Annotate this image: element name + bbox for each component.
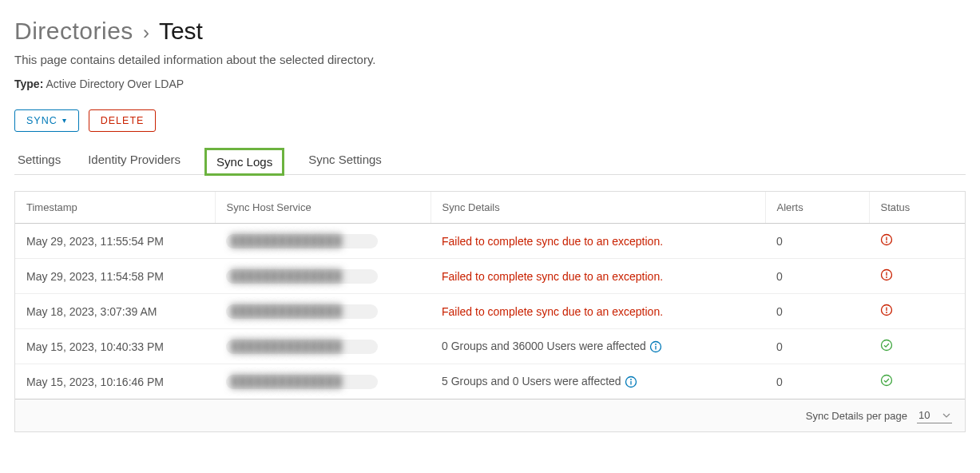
svg-point-16 (882, 376, 892, 386)
cell-sync-host: ██████████████ (215, 329, 430, 364)
table-row: May 29, 2023, 11:55:54 PM██████████████F… (15, 224, 965, 259)
action-buttons: SYNC ▾ DELETE (14, 109, 966, 132)
cell-timestamp: May 29, 2023, 11:55:54 PM (15, 224, 215, 259)
cell-status (869, 294, 965, 329)
type-label: Type: (14, 78, 43, 90)
col-status[interactable]: Status (869, 192, 965, 224)
per-page-label: Sync Details per page (806, 410, 907, 422)
tab-sync-logs[interactable]: Sync Logs (204, 148, 284, 176)
cell-timestamp: May 15, 2023, 10:16:46 PM (15, 364, 215, 399)
sync-logs-table: Timestamp Sync Host Service Sync Details… (14, 191, 966, 432)
col-sync-details[interactable]: Sync Details (430, 192, 765, 224)
cell-sync-details: Failed to complete sync due to an except… (430, 294, 765, 329)
svg-point-14 (630, 379, 632, 380)
cell-alerts: 0 (765, 294, 869, 329)
tabs: Settings Identity Providers Sync Logs Sy… (14, 148, 966, 175)
per-page-select[interactable]: 10 (917, 407, 952, 423)
redacted-host: ██████████████ (226, 304, 378, 319)
redacted-host: ██████████████ (226, 375, 378, 389)
sync-details-text: 0 Groups and 36000 Users were affected (442, 340, 646, 352)
success-icon[interactable] (880, 374, 893, 387)
cell-sync-details: Failed to complete sync due to an except… (430, 259, 765, 294)
sync-details-text: Failed to complete sync due to an except… (442, 305, 663, 318)
col-sync-host[interactable]: Sync Host Service (215, 192, 430, 224)
per-page-value: 10 (919, 409, 930, 421)
tab-settings[interactable]: Settings (14, 148, 64, 174)
chevron-down-icon: ▾ (62, 117, 67, 125)
table-row: May 15, 2023, 10:40:33 PM██████████████0… (15, 329, 965, 364)
svg-point-12 (882, 340, 892, 351)
col-timestamp[interactable]: Timestamp (15, 192, 215, 224)
breadcrumb-parent[interactable]: Directories (14, 18, 133, 45)
delete-button-label: DELETE (101, 115, 145, 126)
breadcrumb: Directories › Test (14, 18, 966, 45)
type-value: Active Directory Over LDAP (46, 78, 184, 90)
cell-alerts: 0 (765, 224, 869, 259)
breadcrumb-separator-icon: › (143, 22, 149, 44)
cell-sync-host: ██████████████ (215, 294, 430, 329)
error-icon[interactable] (880, 233, 893, 246)
cell-timestamp: May 15, 2023, 10:40:33 PM (15, 329, 215, 364)
svg-point-8 (886, 312, 887, 313)
svg-point-5 (886, 276, 887, 278)
success-icon[interactable] (880, 339, 893, 352)
cell-alerts: 0 (765, 329, 869, 364)
page-description: This page contains detailed information … (14, 53, 966, 66)
chevron-down-icon (942, 411, 950, 419)
redacted-host: ██████████████ (226, 340, 378, 354)
redacted-host: ██████████████ (226, 234, 378, 248)
sync-button-label: SYNC (26, 115, 58, 126)
cell-status (869, 364, 965, 399)
tab-sync-settings[interactable]: Sync Settings (305, 148, 385, 174)
error-icon[interactable] (880, 304, 893, 316)
tab-identity-providers[interactable]: Identity Providers (85, 148, 184, 174)
error-icon[interactable] (880, 268, 893, 281)
table-row: May 18, 2023, 3:07:39 AM██████████████Fa… (15, 294, 965, 329)
table-row: May 15, 2023, 10:16:46 PM██████████████5… (15, 364, 965, 399)
info-icon[interactable] (649, 340, 662, 353)
table-row: May 29, 2023, 11:54:58 PM██████████████F… (15, 259, 965, 294)
cell-timestamp: May 29, 2023, 11:54:58 PM (15, 259, 215, 294)
cell-status (869, 259, 965, 294)
cell-alerts: 0 (765, 364, 869, 399)
cell-status (869, 224, 965, 259)
delete-button[interactable]: DELETE (89, 109, 157, 132)
redacted-host: ██████████████ (226, 269, 378, 284)
svg-point-2 (886, 241, 887, 243)
cell-sync-details: 5 Groups and 0 Users were affected (430, 364, 765, 399)
sync-button[interactable]: SYNC ▾ (14, 109, 79, 132)
cell-status (869, 329, 965, 364)
breadcrumb-current: Test (159, 18, 203, 45)
directory-type: Type: Active Directory Over LDAP (14, 78, 966, 90)
sync-details-text: Failed to complete sync due to an except… (442, 235, 663, 248)
cell-alerts: 0 (765, 259, 869, 294)
table-footer: Sync Details per page 10 (15, 399, 965, 431)
cell-sync-host: ██████████████ (215, 364, 430, 399)
svg-point-10 (655, 344, 657, 345)
cell-timestamp: May 18, 2023, 3:07:39 AM (15, 294, 215, 329)
col-alerts[interactable]: Alerts (765, 192, 869, 224)
cell-sync-host: ██████████████ (215, 259, 430, 294)
table-header-row: Timestamp Sync Host Service Sync Details… (15, 192, 965, 224)
sync-details-text: 5 Groups and 0 Users were affected (442, 375, 621, 388)
cell-sync-details: 0 Groups and 36000 Users were affected (430, 329, 765, 364)
cell-sync-details: Failed to complete sync due to an except… (430, 224, 765, 259)
cell-sync-host: ██████████████ (215, 224, 430, 259)
sync-details-text: Failed to complete sync due to an except… (442, 270, 663, 283)
info-icon[interactable] (625, 376, 637, 388)
